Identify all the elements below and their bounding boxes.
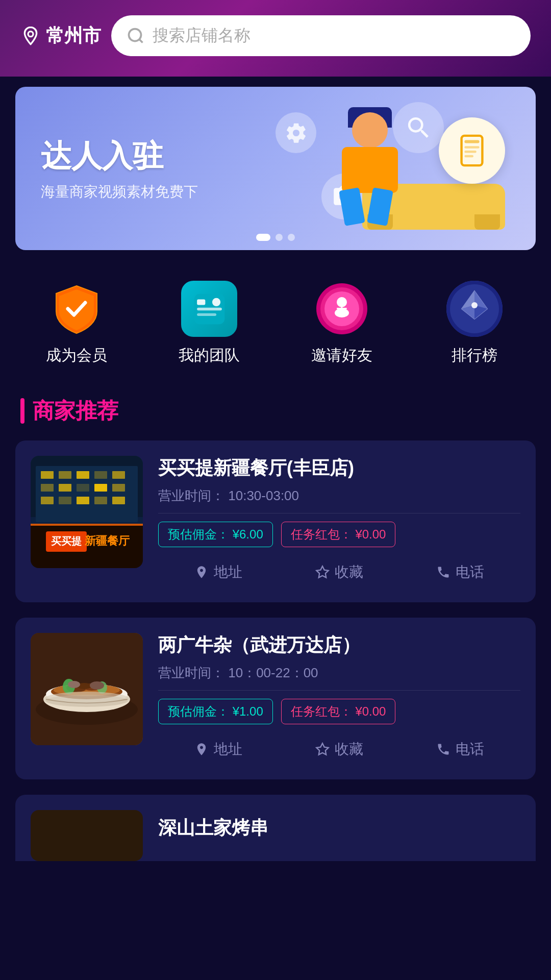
merchant-image-1: 买买提 新疆餐厅 — [31, 456, 143, 568]
merchant-card-1: 买买提 新疆餐厅 买买提新疆餐厅(丰臣店) 营业时间： 10:30-03:00 … — [15, 440, 536, 602]
phone-icon-2 — [436, 742, 450, 756]
star-icon-2 — [315, 742, 330, 756]
collect-label-2: 收藏 — [335, 740, 363, 759]
nav-label-team: 我的团队 — [179, 345, 240, 366]
nav-item-team[interactable]: 我的团队 — [163, 281, 255, 366]
person-body — [342, 147, 398, 193]
merchant-actions-2: 地址 收藏 电话 — [158, 734, 520, 764]
header: 常州市 搜索店铺名称 — [0, 0, 551, 77]
invite-icon: + — [314, 281, 370, 337]
banner-dot-3 — [288, 234, 295, 241]
merchant-image-3-partial — [31, 810, 143, 861]
merchant-info-1: 买买提新疆餐厅(丰臣店) 营业时间： 10:30-03:00 预估佣金： ¥6.… — [158, 456, 520, 587]
nav-label-member: 成为会员 — [46, 345, 107, 366]
svg-rect-44 — [112, 497, 125, 504]
svg-rect-40 — [41, 497, 54, 504]
svg-rect-37 — [77, 484, 89, 492]
shield-icon — [48, 281, 105, 337]
svg-rect-33 — [94, 471, 107, 479]
banner-text: 达人入驻 海量商家视频素材免费下 — [15, 115, 223, 222]
svg-point-63 — [68, 681, 80, 688]
nav-item-ranking[interactable]: 排行榜 — [429, 281, 520, 366]
svg-rect-6 — [464, 151, 476, 153]
phone-label-2: 电话 — [456, 740, 484, 759]
phone-button-1[interactable]: 电话 — [399, 557, 520, 587]
ranking-icon — [446, 281, 503, 337]
phone-label-1: 电话 — [456, 562, 484, 582]
phone-icon — [439, 117, 505, 184]
banner-dots — [256, 234, 295, 241]
merchant-name-2: 两广牛杂（武进万达店） — [158, 633, 520, 658]
merchant-info-2: 两广牛杂（武进万达店） 营业时间： 10：00-22：00 预估佣金： ¥1.0… — [158, 633, 520, 764]
svg-marker-50 — [316, 566, 328, 577]
svg-rect-36 — [59, 484, 71, 492]
svg-rect-7 — [464, 155, 473, 157]
svg-point-17 — [337, 297, 347, 307]
nav-label-ranking: 排行榜 — [452, 345, 497, 366]
phone-button-2[interactable]: 电话 — [399, 734, 520, 764]
svg-marker-66 — [316, 743, 328, 754]
svg-rect-43 — [94, 497, 107, 504]
merchant-tags-2: 预估佣金： ¥1.00 任务红包： ¥0.00 — [158, 699, 520, 724]
task-tag-2: 任务红包： ¥0.00 — [281, 699, 396, 724]
gear-icon — [276, 112, 316, 153]
banner-subtitle: 海量商家视频素材免费下 — [41, 182, 198, 202]
address-button-1[interactable]: 地址 — [158, 557, 279, 587]
svg-rect-31 — [59, 471, 71, 479]
nav-icons: 成为会员 我的团队 + 邀请好友 — [0, 260, 551, 386]
merchant-card-3-partial: 深山土家烤串 — [15, 795, 536, 861]
banner: 达人入驻 海量商家视频素材免费下 — [15, 87, 536, 250]
svg-rect-9 — [197, 299, 205, 305]
address-label-2: 地址 — [214, 740, 242, 759]
svg-point-0 — [28, 32, 33, 37]
collect-label-1: 收藏 — [335, 562, 363, 582]
merchant-name-1: 买买提新疆餐厅(丰臣店) — [158, 456, 520, 481]
person-head — [352, 112, 388, 148]
section-header: 商家推荐 — [0, 386, 551, 440]
task-tag-1: 任务红包： ¥0.00 — [281, 522, 396, 547]
address-icon — [194, 565, 209, 579]
nav-item-invite[interactable]: + 邀请好友 — [296, 281, 388, 366]
merchant-actions-1: 地址 收藏 电话 — [158, 557, 520, 587]
nav-item-member[interactable]: 成为会员 — [31, 281, 122, 366]
address-label-1: 地址 — [214, 562, 242, 582]
location-button[interactable]: 常州市 — [20, 23, 101, 48]
commission-tag-1: 预估佣金： ¥6.00 — [158, 522, 273, 547]
food-illustration: ○○○○ — [31, 633, 143, 745]
svg-rect-11 — [197, 313, 216, 315]
svg-text:新疆餐厅: 新疆餐厅 — [85, 534, 130, 547]
svg-rect-41 — [59, 497, 71, 504]
svg-rect-10 — [197, 307, 222, 310]
svg-line-2 — [139, 39, 143, 43]
nav-label-invite: 邀请好友 — [311, 345, 372, 366]
address-button-2[interactable]: 地址 — [158, 734, 279, 764]
svg-rect-34 — [112, 471, 125, 479]
collect-button-2[interactable]: 收藏 — [279, 734, 400, 764]
svg-rect-32 — [77, 471, 89, 479]
section-title: 商家推荐 — [33, 397, 118, 425]
section-bar-decoration — [20, 398, 24, 424]
search-placeholder: 搜索店铺名称 — [153, 24, 251, 47]
merchant-card-2: ○○○○ — [15, 618, 536, 779]
svg-rect-35 — [41, 484, 54, 492]
star-icon-1 — [315, 565, 330, 579]
svg-point-26 — [471, 302, 478, 308]
location-icon — [20, 26, 41, 46]
search-circle-icon — [393, 102, 444, 153]
merchant-hours-1: 营业时间： 10:30-03:00 — [158, 487, 520, 505]
svg-rect-39 — [112, 484, 125, 492]
merchant-divider-1 — [158, 513, 520, 513]
svg-rect-38 — [94, 484, 107, 492]
merchant-image-2: ○○○○ — [31, 633, 143, 745]
search-icon — [127, 27, 145, 45]
phone-icon-1 — [436, 565, 450, 579]
banner-dot-2 — [276, 234, 283, 241]
collect-button-1[interactable]: 收藏 — [279, 557, 400, 587]
svg-text:买买提: 买买提 — [51, 535, 82, 547]
merchant-info-3-partial: 深山土家烤串 — [158, 810, 268, 846]
banner-title: 达人入驻 — [41, 136, 198, 177]
svg-rect-4 — [464, 140, 479, 143]
svg-rect-42 — [77, 497, 89, 504]
team-icon — [181, 281, 237, 337]
search-bar[interactable]: 搜索店铺名称 — [111, 15, 531, 56]
